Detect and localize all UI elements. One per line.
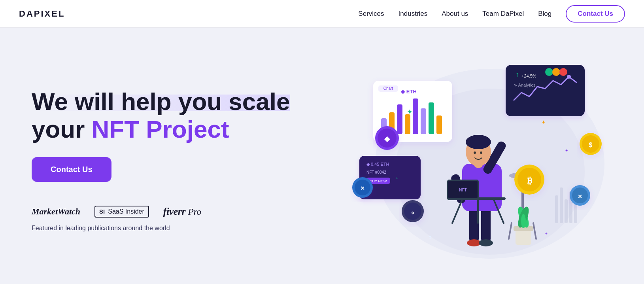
svg-text:↑: ↑: [516, 70, 519, 78]
svg-point-58: [521, 214, 526, 228]
svg-text:+: +: [545, 231, 548, 236]
svg-text:+24.5%: +24.5%: [521, 74, 536, 78]
fiverr-pro-text: Pro: [188, 206, 201, 217]
svg-text:✕: ✕: [360, 185, 365, 191]
nav-item-industries[interactable]: Industries: [398, 10, 428, 18]
hero-illustration: ◆ ETH Chart ↑ +24.5% ∿ Analytics ◆ 0.45 …: [336, 57, 612, 263]
brands-row: MarketWatch SI SaaS Insider fiverr Pro: [32, 206, 290, 218]
nav-link-about[interactable]: About us: [442, 10, 468, 17]
svg-text:NFT #0042: NFT #0042: [366, 170, 386, 174]
nav-links: Services Industries About us Team DaPixe…: [358, 5, 625, 23]
svg-point-14: [567, 75, 571, 79]
hero-title-line2: your NFT Project: [32, 115, 229, 143]
svg-rect-7: [421, 108, 426, 134]
svg-text:◆: ◆: [384, 135, 390, 143]
svg-rect-5: [405, 114, 410, 134]
saas-text: SaaS Insider: [108, 208, 144, 215]
svg-point-18: [552, 68, 560, 76]
svg-text:NFT: NFT: [459, 188, 466, 192]
svg-rect-4: [397, 104, 402, 134]
svg-text:✦: ✦: [565, 148, 568, 153]
svg-rect-9: [436, 115, 442, 134]
svg-text:+: +: [396, 176, 398, 180]
svg-point-29: [479, 239, 493, 246]
svg-text:BUY NOW: BUY NOW: [370, 179, 387, 183]
svg-rect-49: [555, 195, 558, 223]
svg-text:✦: ✦: [407, 108, 413, 116]
contact-us-nav-button[interactable]: Contact Us: [566, 5, 625, 23]
nav-link-blog[interactable]: Blog: [538, 10, 551, 17]
nav-link-services[interactable]: Services: [358, 10, 384, 17]
nav-item-contact[interactable]: Contact Us: [566, 5, 625, 23]
hero-title: We will help you scale your NFT Project: [32, 88, 290, 143]
svg-text:+: +: [429, 235, 431, 240]
hero-section: We will help you scale your NFT Project …: [0, 28, 644, 284]
svg-text:₿: ₿: [527, 176, 532, 186]
navbar: DAPIXEL Services Industries About us Tea…: [0, 0, 644, 28]
nav-link-team[interactable]: Team DaPixel: [482, 10, 524, 17]
svg-text:⬦: ⬦: [411, 209, 415, 216]
svg-point-37: [480, 151, 482, 154]
fiverr-main-text: fiverr: [163, 206, 185, 217]
hero-title-highlight: NFT Project: [92, 115, 229, 143]
svg-rect-6: [413, 98, 418, 134]
hero-title-plain: your: [32, 115, 92, 143]
svg-rect-50: [560, 187, 563, 223]
svg-point-19: [559, 68, 567, 76]
saas-si-badge: SI: [99, 208, 105, 215]
nav-item-services[interactable]: Services: [358, 10, 384, 18]
featured-text: Featured in leading publications around …: [32, 225, 290, 232]
brand-marketwatch: MarketWatch: [32, 206, 80, 217]
svg-point-17: [545, 68, 553, 76]
svg-rect-27: [481, 207, 491, 243]
svg-text:✦: ✦: [541, 119, 546, 125]
svg-rect-51: [565, 199, 568, 223]
contact-us-hero-button[interactable]: Contact Us: [32, 157, 111, 182]
svg-text:Chart: Chart: [383, 86, 393, 91]
svg-text:$: $: [589, 142, 593, 148]
brand-saas-insider: SI SaaS Insider: [94, 206, 149, 218]
svg-rect-8: [429, 102, 434, 134]
svg-point-35: [466, 135, 491, 149]
svg-text:∿ Analytics: ∿ Analytics: [514, 83, 536, 87]
brand-fiverr: fiverr Pro: [163, 206, 201, 218]
hero-left: We will help you scale your NFT Project …: [32, 88, 290, 232]
hero-title-line1: We will help you scale: [32, 88, 290, 115]
nav-link-industries[interactable]: Industries: [398, 10, 428, 17]
nav-item-about[interactable]: About us: [442, 10, 468, 18]
svg-text:◆ ETH: ◆ ETH: [400, 89, 417, 95]
svg-text:✕: ✕: [578, 193, 582, 200]
svg-point-36: [474, 151, 476, 154]
svg-text:◆  0.45 ETH: ◆ 0.45 ETH: [366, 162, 389, 167]
hero-svg: ◆ ETH Chart ↑ +24.5% ∿ Analytics ◆ 0.45 …: [336, 57, 604, 259]
nav-item-blog[interactable]: Blog: [538, 10, 551, 18]
nav-item-team[interactable]: Team DaPixel: [482, 10, 524, 18]
logo: DAPIXEL: [19, 9, 65, 19]
